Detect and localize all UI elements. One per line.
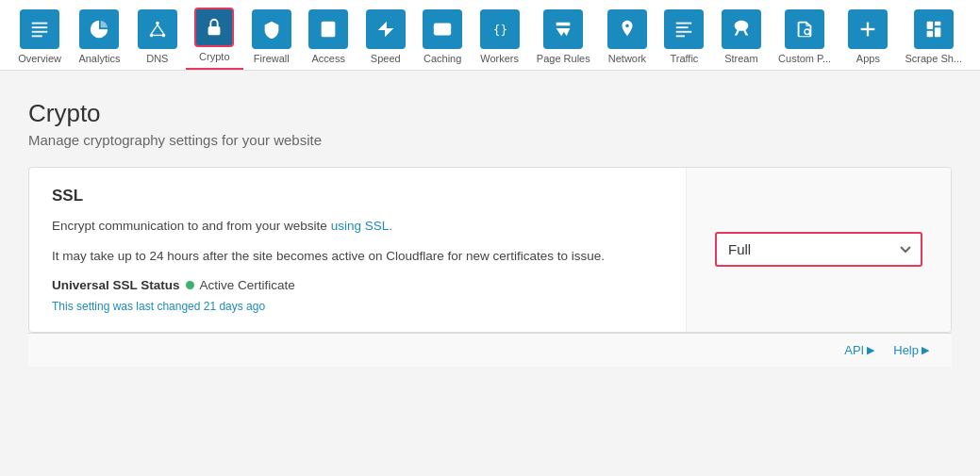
nav-label-speed: Speed	[371, 53, 401, 64]
dns-icon	[138, 9, 177, 49]
nav-label-page-rules: Page Rules	[537, 53, 590, 64]
svg-rect-28	[926, 22, 932, 29]
nav-label-overview: Overview	[18, 53, 61, 64]
ssl-description-1: Encrypt communication to and from your w…	[52, 217, 663, 236]
help-label: Help	[893, 343, 919, 357]
ssl-status-row: Universal SSL Status Active Certificate	[52, 278, 663, 292]
svg-rect-3	[32, 35, 42, 37]
nav-item-workers[interactable]: {} Workers	[471, 2, 527, 70]
svg-rect-31	[935, 27, 940, 37]
access-icon	[308, 9, 348, 49]
nav-item-access[interactable]: Access	[300, 2, 357, 70]
api-arrow-icon: ▶	[867, 344, 874, 356]
page-title: Crypto	[28, 99, 952, 128]
stream-icon	[722, 9, 761, 49]
svg-line-7	[151, 25, 157, 33]
ssl-description-2: It may take up to 24 hours after the sit…	[52, 247, 663, 266]
apps-icon	[848, 9, 888, 49]
network-icon	[607, 9, 647, 49]
ssl-status-label: Universal SSL Status	[52, 278, 180, 292]
card-footer: API ▶ Help ▶	[28, 333, 952, 367]
svg-rect-30	[926, 31, 932, 37]
crypto-lock-icon	[194, 8, 234, 47]
nav-label-crypto: Crypto	[199, 51, 229, 62]
api-link[interactable]: API ▶	[844, 343, 874, 357]
speed-icon	[366, 9, 406, 49]
help-link[interactable]: Help ▶	[893, 343, 929, 357]
nav-item-page-rules[interactable]: Page Rules	[528, 2, 599, 70]
page-subtitle: Manage cryptography settings for your we…	[28, 132, 952, 148]
ssl-card-left: SSL Encrypt communication to and from yo…	[29, 168, 687, 332]
svg-point-4	[156, 22, 159, 25]
svg-text:{}: {}	[492, 23, 507, 37]
svg-rect-20	[676, 23, 692, 25]
svg-rect-22	[676, 31, 692, 33]
firewall-icon	[252, 9, 291, 49]
svg-line-8	[158, 25, 163, 33]
top-navigation: Overview Analytics DNS Crypto Firewall A…	[0, 0, 980, 71]
svg-rect-1	[32, 26, 48, 28]
analytics-icon	[79, 9, 119, 49]
nav-label-apps: Apps	[856, 53, 880, 64]
last-changed-text: This setting was last changed 21 days ag…	[52, 300, 663, 313]
svg-rect-21	[676, 26, 689, 28]
nav-item-apps[interactable]: Apps	[839, 2, 896, 70]
svg-point-6	[161, 34, 165, 38]
nav-label-traffic: Traffic	[670, 53, 698, 64]
svg-rect-2	[32, 31, 48, 33]
traffic-icon	[664, 9, 704, 49]
nav-item-speed[interactable]: Speed	[357, 2, 413, 70]
page-content: Crypto Manage cryptography settings for …	[0, 71, 980, 386]
nav-label-analytics: Analytics	[78, 53, 120, 64]
nav-item-scrape-shield[interactable]: Scrape Sh...	[897, 2, 971, 70]
svg-marker-16	[377, 22, 393, 38]
page-rules-icon	[543, 9, 583, 49]
caching-icon	[423, 9, 462, 49]
scrape-shield-icon	[914, 9, 954, 49]
api-label: API	[844, 343, 864, 357]
help-arrow-icon: ▶	[922, 344, 929, 356]
svg-rect-23	[676, 35, 685, 37]
ssl-link[interactable]: using SSL.	[331, 219, 392, 233]
nav-item-caching[interactable]: Caching	[414, 2, 471, 70]
nav-label-access: Access	[312, 53, 345, 64]
ssl-card-right: Full Off Flexible Full (strict)	[687, 168, 951, 332]
nav-item-stream[interactable]: Stream	[713, 2, 770, 70]
nav-label-scrape-shield: Scrape Sh...	[905, 53, 963, 64]
overview-icon	[20, 9, 59, 49]
svg-rect-17	[434, 24, 451, 36]
nav-item-analytics[interactable]: Analytics	[70, 2, 128, 70]
svg-rect-29	[935, 22, 940, 26]
nav-item-crypto[interactable]: Crypto	[186, 0, 242, 70]
workers-icon: {}	[480, 9, 520, 49]
nav-label-network: Network	[608, 53, 646, 64]
ssl-mode-dropdown[interactable]: Full Off Flexible Full (strict)	[715, 232, 922, 267]
nav-item-network[interactable]: Network	[599, 2, 656, 70]
nav-item-firewall[interactable]: Firewall	[243, 2, 300, 70]
svg-rect-0	[32, 23, 48, 25]
nav-item-traffic[interactable]: Traffic	[656, 2, 712, 70]
nav-label-caching: Caching	[424, 53, 461, 64]
nav-label-firewall: Firewall	[254, 53, 290, 64]
nav-item-overview[interactable]: Overview	[9, 2, 70, 70]
ssl-card: SSL Encrypt communication to and from yo…	[28, 167, 952, 333]
custom-pages-icon	[785, 9, 824, 49]
nav-item-custom-pages[interactable]: Custom P...	[770, 2, 839, 70]
ssl-status-text: Active Certificate	[200, 278, 295, 292]
nav-item-dns[interactable]: DNS	[129, 2, 186, 70]
svg-point-11	[213, 29, 216, 32]
ssl-title: SSL	[52, 187, 663, 205]
nav-label-dns: DNS	[146, 53, 168, 64]
svg-point-5	[150, 34, 154, 38]
nav-label-workers: Workers	[480, 53, 519, 64]
nav-label-stream: Stream	[724, 53, 757, 64]
nav-label-custom-pages: Custom P...	[778, 53, 831, 64]
status-active-dot	[186, 281, 194, 289]
